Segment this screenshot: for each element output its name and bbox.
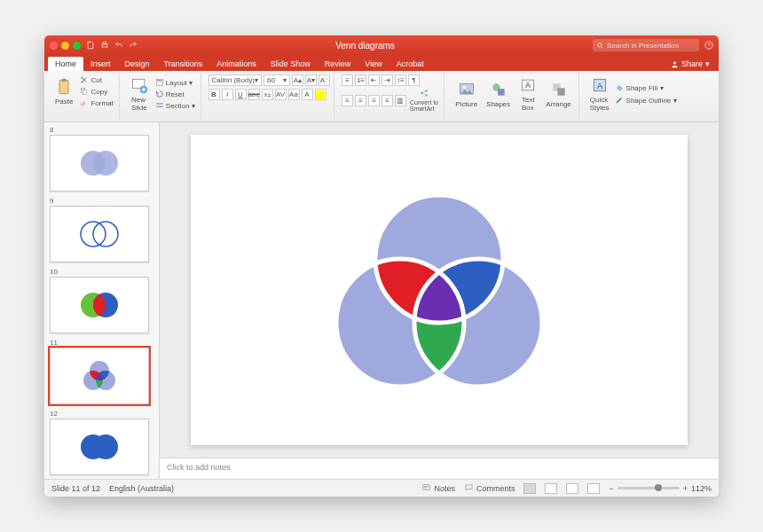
share-button[interactable]: Share▾ <box>665 57 715 71</box>
justify-button[interactable]: ≡ <box>382 95 393 106</box>
new-slide-button[interactable]: New Slide <box>127 74 152 113</box>
search-placeholder: Search in Presentation <box>607 42 679 50</box>
normal-view-button[interactable] <box>523 483 536 494</box>
tab-view[interactable]: View <box>358 57 389 71</box>
reset-button[interactable]: Reset <box>153 89 197 99</box>
svg-rect-11 <box>83 90 87 94</box>
svg-text:A: A <box>526 81 531 90</box>
align-right-button[interactable]: ≡ <box>368 95 380 106</box>
columns-button[interactable]: ▥ <box>395 95 406 106</box>
smartart-button[interactable]: Convert to SmartArt <box>408 89 440 112</box>
share-icon <box>671 60 679 68</box>
quickstyles-icon: A <box>591 76 609 94</box>
sorter-view-button[interactable] <box>545 483 557 494</box>
picture-button[interactable]: Picture <box>452 79 481 110</box>
svg-rect-7 <box>62 78 67 81</box>
italic-button[interactable]: I <box>222 89 233 100</box>
close-icon[interactable] <box>50 42 58 50</box>
outdent-button[interactable]: ⇤ <box>368 74 380 86</box>
pen-icon <box>615 96 624 105</box>
section-button[interactable]: Section▾ <box>153 100 197 111</box>
charspacing-button[interactable]: AV <box>275 89 287 100</box>
tab-animations[interactable]: Animations <box>209 57 264 71</box>
language-indicator[interactable]: English (Australia) <box>109 484 174 493</box>
font-size-combo[interactable]: 60▾ <box>264 74 290 86</box>
zoom-in-button[interactable]: + <box>683 484 688 493</box>
group-paragraph: ≡ 1≡ ⇤ ⇥ ↕≡ ¶ ≡ ≡ ≡ ≡ ▥ Convert to Smart… <box>338 73 444 120</box>
indent-button[interactable]: ⇥ <box>382 74 393 86</box>
arrange-button[interactable]: Arrange <box>542 79 574 110</box>
font-color-button[interactable]: A <box>302 89 313 100</box>
increase-font-button[interactable]: A▴ <box>292 74 303 86</box>
clear-format-button[interactable]: A⁻ <box>319 74 330 86</box>
shape-fill-button[interactable]: Shape Fill▾ <box>615 83 678 92</box>
thumb-9[interactable]: 9 <box>50 197 153 262</box>
tab-review[interactable]: Review <box>318 57 358 71</box>
shape-outline-button[interactable]: Shape Outline▾ <box>615 96 678 105</box>
zoom-control[interactable]: − + 112% <box>609 484 712 493</box>
layout-button[interactable]: Layout▾ <box>153 77 197 88</box>
slide-thumbnails[interactable]: 8 9 10 11 <box>44 122 160 479</box>
format-painter-button[interactable]: Format <box>78 98 114 108</box>
svg-rect-24 <box>498 89 505 96</box>
help-icon[interactable]: ? <box>704 41 713 50</box>
bullets-button[interactable]: ≡ <box>342 74 353 86</box>
minimize-icon[interactable] <box>61 42 69 50</box>
quickstyles-button[interactable]: AQuick Styles <box>586 74 613 113</box>
group-clipboard: Paste Cut Copy Format <box>48 73 120 120</box>
changecase-button[interactable]: Aa <box>288 89 300 100</box>
underline-button[interactable]: U <box>235 89 247 100</box>
shapes-button[interactable]: Shapes <box>483 79 514 110</box>
comments-button[interactable]: Comments <box>464 483 515 493</box>
tab-slideshow[interactable]: Slide Show <box>264 57 318 71</box>
slideshow-view-button[interactable] <box>587 483 600 494</box>
slide-indicator: Slide 11 of 12 <box>51 484 100 493</box>
linespacing-button[interactable]: ↕≡ <box>395 74 406 86</box>
thumb-12[interactable]: 12 <box>50 410 153 475</box>
tab-design[interactable]: Design <box>118 57 157 71</box>
tab-insert[interactable]: Insert <box>83 57 118 71</box>
print-icon[interactable] <box>100 41 109 50</box>
decrease-font-button[interactable]: A▾ <box>305 74 317 86</box>
tab-transitions[interactable]: Transitions <box>157 57 210 71</box>
copy-button[interactable]: Copy <box>78 86 114 97</box>
zoom-level[interactable]: 112% <box>691 484 712 493</box>
venn3-diagram <box>288 170 590 410</box>
group-shape-style: AQuick Styles Shape Fill▾ Shape Outline▾ <box>583 73 681 120</box>
textdirection-button[interactable]: ¶ <box>408 74 420 86</box>
status-bar: Slide 11 of 12 English (Australia) Notes… <box>44 479 719 497</box>
paste-button[interactable]: Paste <box>51 76 76 107</box>
current-slide[interactable] <box>191 135 688 445</box>
zoom-out-button[interactable]: − <box>609 484 613 493</box>
font-name-combo[interactable]: Calibri (Body)▾ <box>208 74 262 86</box>
numbering-button[interactable]: 1≡ <box>355 74 366 86</box>
canvas[interactable] <box>160 122 719 458</box>
textbox-button[interactable]: AText Box <box>515 74 540 113</box>
notes-pane[interactable]: Click to add notes <box>160 458 719 479</box>
svg-rect-17 <box>156 106 163 107</box>
maximize-icon[interactable] <box>73 42 81 50</box>
save-icon[interactable] <box>86 41 95 50</box>
subscript-button[interactable]: x₂ <box>262 89 273 100</box>
tab-acrobat[interactable]: Acrobat <box>389 57 431 71</box>
reading-view-button[interactable] <box>566 483 578 494</box>
align-left-button[interactable]: ≡ <box>342 95 353 106</box>
highlight-button[interactable] <box>315 89 326 100</box>
cut-button[interactable]: Cut <box>78 74 114 85</box>
tab-home[interactable]: Home <box>48 57 83 71</box>
zoom-slider[interactable] <box>617 487 680 489</box>
strike-button[interactable]: abc <box>248 89 260 100</box>
align-center-button[interactable]: ≡ <box>355 95 366 106</box>
redo-icon[interactable] <box>129 41 138 50</box>
layout-icon <box>155 78 164 87</box>
thumb-11[interactable]: 11 <box>50 339 153 404</box>
undo-icon[interactable] <box>114 41 123 50</box>
group-font: Calibri (Body)▾ 60▾ A▴ A▾ A⁻ B I U abc x… <box>205 73 334 120</box>
copy-icon <box>80 87 89 96</box>
thumb-8[interactable]: 8 <box>50 126 153 192</box>
bold-button[interactable]: B <box>208 89 220 100</box>
notes-button[interactable]: Notes <box>421 483 455 493</box>
svg-rect-16 <box>156 103 163 105</box>
thumb-10[interactable]: 10 <box>50 268 153 333</box>
search-input[interactable]: Search in Presentation <box>593 39 699 51</box>
